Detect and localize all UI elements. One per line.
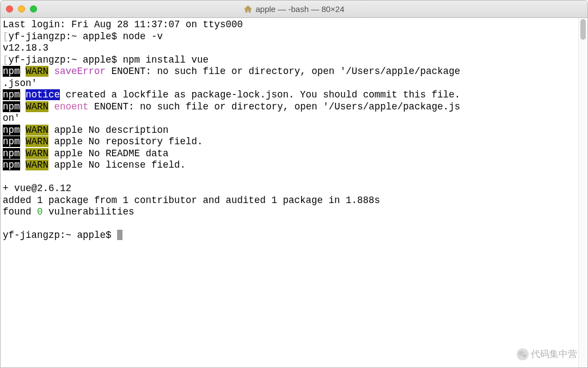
warn-tag: WARN (26, 125, 48, 136)
found-zero: 0 (37, 206, 43, 217)
msg: apple No license field. (48, 160, 186, 170)
terminal-area: Last login: Fri Aug 28 11:37:07 on ttys0… (1, 18, 587, 367)
plus-vue-line: + vue@2.6.12 (3, 183, 71, 194)
titlebar[interactable]: apple — -bash — 80×24 (1, 1, 587, 18)
msg: apple No description (48, 125, 169, 136)
npm-prefix: npm (3, 148, 20, 159)
msg: apple No repository field. (48, 136, 203, 147)
terminal-content[interactable]: Last login: Fri Aug 28 11:37:07 on ttys0… (1, 18, 578, 367)
watermark-text: 代码集中营 (531, 348, 577, 360)
prompt-line-1: yf-jiangzp:~ apple$ node -v (9, 31, 163, 42)
bracket: [ (3, 31, 9, 42)
traffic-lights (6, 5, 37, 13)
npm-prefix: npm (3, 89, 20, 100)
npm-prefix: npm (3, 136, 20, 147)
found-suffix: vulnerabilities (43, 206, 134, 217)
enoent-label: enoent (54, 101, 89, 112)
terminal-window: apple — -bash — 80×24 Last login: Fri Au… (0, 0, 588, 368)
notice-tag: notice (26, 89, 60, 100)
watermark: 代码集中营 (517, 348, 577, 360)
bracket: [ (3, 54, 9, 65)
node-version: v12.18.3 (3, 42, 48, 53)
npm-prefix: npm (3, 160, 20, 170)
home-icon (243, 5, 252, 14)
warn-tag: WARN (26, 160, 48, 170)
warn-tag: WARN (26, 136, 48, 147)
scrollbar[interactable] (578, 18, 587, 367)
npm-prefix: npm (3, 66, 20, 77)
msg: .json' (3, 78, 37, 89)
msg: ENOENT: no such file or directory, open … (106, 66, 460, 77)
warn-tag: WARN (26, 101, 48, 112)
scrollbar-thumb[interactable] (580, 19, 586, 40)
prompt-line-2: yf-jiangzp:~ apple$ npm install vue (9, 54, 209, 65)
npm-prefix: npm (3, 125, 20, 136)
window-title: apple — -bash — 80×24 (243, 4, 344, 14)
close-button[interactable] (6, 5, 13, 13)
cursor (117, 230, 122, 240)
found-prefix: found (3, 206, 37, 217)
msg: apple No README data (48, 148, 169, 159)
minimize-button[interactable] (18, 5, 25, 13)
wechat-icon (517, 348, 529, 360)
npm-prefix: npm (3, 101, 20, 112)
warn-tag: WARN (26, 66, 48, 77)
msg: ENOENT: no such file or directory, open … (89, 101, 461, 112)
maximize-button[interactable] (30, 5, 37, 13)
added-line: added 1 package from 1 contributor and a… (3, 195, 380, 206)
last-login-line: Last login: Fri Aug 28 11:37:07 on ttys0… (3, 19, 243, 30)
msg: created a lockfile as package-lock.json.… (60, 89, 460, 100)
msg: on' (3, 113, 20, 124)
window-title-text: apple — -bash — 80×24 (255, 4, 344, 14)
warn-tag: WARN (26, 148, 48, 159)
final-prompt: yf-jiangzp:~ apple$ (3, 230, 117, 241)
save-error-label: saveError (54, 66, 106, 77)
